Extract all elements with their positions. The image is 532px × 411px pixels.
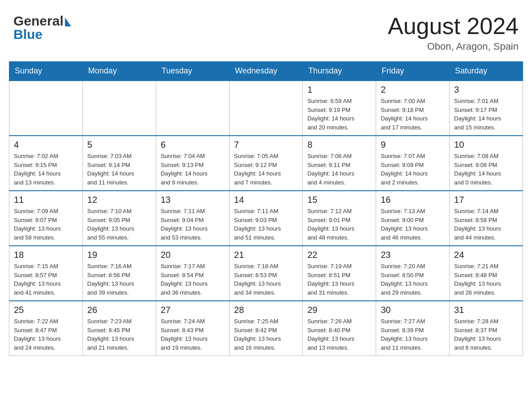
day-number: 1 — [307, 85, 371, 95]
day-info: Sunrise: 7:21 AM Sunset: 8:48 PM Dayligh… — [454, 262, 518, 297]
weekday-header: Friday — [376, 62, 450, 81]
day-number: 28 — [234, 305, 298, 315]
weekday-header: Tuesday — [156, 62, 229, 81]
day-info: Sunrise: 7:27 AM Sunset: 8:39 PM Dayligh… — [381, 317, 445, 352]
month-year-title: August 2024 — [388, 13, 519, 39]
day-number: 7 — [234, 140, 298, 150]
day-number: 11 — [14, 195, 78, 205]
calendar-cell: 2Sunrise: 7:00 AM Sunset: 9:18 PM Daylig… — [376, 81, 450, 136]
day-info: Sunrise: 7:20 AM Sunset: 8:50 PM Dayligh… — [381, 262, 445, 297]
calendar-cell: 19Sunrise: 7:16 AM Sunset: 8:56 PM Dayli… — [82, 246, 156, 301]
calendar-cell: 23Sunrise: 7:20 AM Sunset: 8:50 PM Dayli… — [376, 246, 450, 301]
day-info: Sunrise: 7:02 AM Sunset: 9:15 PM Dayligh… — [14, 152, 78, 187]
day-number: 18 — [14, 250, 78, 260]
calendar-cell: 30Sunrise: 7:27 AM Sunset: 8:39 PM Dayli… — [376, 301, 450, 356]
day-info: Sunrise: 7:14 AM Sunset: 8:58 PM Dayligh… — [454, 207, 518, 242]
day-info: Sunrise: 7:00 AM Sunset: 9:18 PM Dayligh… — [381, 97, 445, 132]
weekday-header: Thursday — [303, 62, 376, 81]
logo-general-text: General — [13, 13, 64, 29]
calendar-week-row: 11Sunrise: 7:09 AM Sunset: 9:07 PM Dayli… — [9, 191, 523, 246]
day-info: Sunrise: 7:24 AM Sunset: 8:43 PM Dayligh… — [161, 317, 225, 352]
day-number: 2 — [381, 85, 445, 95]
calendar-cell: 29Sunrise: 7:26 AM Sunset: 8:40 PM Dayli… — [303, 301, 376, 356]
day-info: Sunrise: 7:11 AM Sunset: 9:04 PM Dayligh… — [161, 207, 225, 242]
weekday-header: Sunday — [9, 62, 83, 81]
day-number: 25 — [14, 305, 78, 315]
day-number: 9 — [381, 140, 445, 150]
day-info: Sunrise: 7:09 AM Sunset: 9:07 PM Dayligh… — [14, 207, 78, 242]
day-info: Sunrise: 7:11 AM Sunset: 9:03 PM Dayligh… — [234, 207, 298, 242]
day-info: Sunrise: 7:25 AM Sunset: 8:42 PM Dayligh… — [234, 317, 298, 352]
calendar-cell: 17Sunrise: 7:14 AM Sunset: 8:58 PM Dayli… — [450, 191, 523, 246]
calendar-cell: 13Sunrise: 7:11 AM Sunset: 9:04 PM Dayli… — [156, 191, 229, 246]
calendar-week-row: 25Sunrise: 7:22 AM Sunset: 8:47 PM Dayli… — [9, 301, 523, 356]
day-number: 21 — [234, 250, 298, 260]
calendar-cell: 21Sunrise: 7:18 AM Sunset: 8:53 PM Dayli… — [229, 246, 303, 301]
day-number: 24 — [454, 250, 518, 260]
calendar-cell: 6Sunrise: 7:04 AM Sunset: 9:13 PM Daylig… — [156, 136, 229, 191]
day-number: 15 — [307, 195, 371, 205]
calendar-cell: 24Sunrise: 7:21 AM Sunset: 8:48 PM Dayli… — [450, 246, 523, 301]
day-info: Sunrise: 7:05 AM Sunset: 9:12 PM Dayligh… — [234, 152, 298, 187]
calendar-cell: 10Sunrise: 7:08 AM Sunset: 9:08 PM Dayli… — [450, 136, 523, 191]
title-section: August 2024 Obon, Aragon, Spain — [388, 13, 519, 52]
calendar-week-row: 1Sunrise: 6:59 AM Sunset: 9:19 PM Daylig… — [9, 81, 523, 136]
day-info: Sunrise: 6:59 AM Sunset: 9:19 PM Dayligh… — [307, 97, 371, 132]
day-number: 5 — [87, 140, 151, 150]
day-number: 10 — [454, 140, 518, 150]
day-number: 27 — [161, 305, 225, 315]
calendar-cell: 18Sunrise: 7:15 AM Sunset: 8:57 PM Dayli… — [9, 246, 83, 301]
day-info: Sunrise: 7:08 AM Sunset: 9:08 PM Dayligh… — [454, 152, 518, 187]
logo-triangle-icon — [65, 17, 71, 26]
day-info: Sunrise: 7:26 AM Sunset: 8:40 PM Dayligh… — [307, 317, 371, 352]
day-number: 13 — [161, 195, 225, 205]
calendar-cell: 7Sunrise: 7:05 AM Sunset: 9:12 PM Daylig… — [229, 136, 303, 191]
day-number: 4 — [14, 140, 78, 150]
day-number: 19 — [87, 250, 151, 260]
day-number: 12 — [87, 195, 151, 205]
calendar-cell: 9Sunrise: 7:07 AM Sunset: 9:09 PM Daylig… — [376, 136, 450, 191]
calendar-cell — [9, 81, 83, 136]
weekday-header: Monday — [82, 62, 156, 81]
calendar-week-row: 18Sunrise: 7:15 AM Sunset: 8:57 PM Dayli… — [9, 246, 523, 301]
day-number: 31 — [454, 305, 518, 315]
page-header: General Blue August 2024 Obon, Aragon, S… — [9, 9, 523, 52]
day-info: Sunrise: 7:16 AM Sunset: 8:56 PM Dayligh… — [87, 262, 151, 297]
calendar-cell: 16Sunrise: 7:13 AM Sunset: 9:00 PM Dayli… — [376, 191, 450, 246]
day-info: Sunrise: 7:13 AM Sunset: 9:00 PM Dayligh… — [381, 207, 445, 242]
calendar-cell: 11Sunrise: 7:09 AM Sunset: 9:07 PM Dayli… — [9, 191, 83, 246]
calendar-cell: 14Sunrise: 7:11 AM Sunset: 9:03 PM Dayli… — [229, 191, 303, 246]
day-number: 29 — [307, 305, 371, 315]
logo: General Blue — [13, 13, 71, 42]
day-number: 23 — [381, 250, 445, 260]
calendar-cell: 25Sunrise: 7:22 AM Sunset: 8:47 PM Dayli… — [9, 301, 83, 356]
calendar-cell — [229, 81, 303, 136]
calendar-cell: 15Sunrise: 7:12 AM Sunset: 9:01 PM Dayli… — [303, 191, 376, 246]
day-info: Sunrise: 7:06 AM Sunset: 9:11 PM Dayligh… — [307, 152, 371, 187]
calendar-cell: 1Sunrise: 6:59 AM Sunset: 9:19 PM Daylig… — [303, 81, 376, 136]
calendar-cell — [82, 81, 156, 136]
logo-blue-text: Blue — [13, 27, 71, 42]
day-number: 22 — [307, 250, 371, 260]
day-info: Sunrise: 7:23 AM Sunset: 8:45 PM Dayligh… — [87, 317, 151, 352]
day-number: 20 — [161, 250, 225, 260]
day-info: Sunrise: 7:01 AM Sunset: 9:17 PM Dayligh… — [454, 97, 518, 132]
weekday-header: Saturday — [450, 62, 523, 81]
calendar-cell: 4Sunrise: 7:02 AM Sunset: 9:15 PM Daylig… — [9, 136, 83, 191]
calendar-table: SundayMondayTuesdayWednesdayThursdayFrid… — [9, 61, 523, 356]
day-info: Sunrise: 7:15 AM Sunset: 8:57 PM Dayligh… — [14, 262, 78, 297]
day-info: Sunrise: 7:19 AM Sunset: 8:51 PM Dayligh… — [307, 262, 371, 297]
day-info: Sunrise: 7:18 AM Sunset: 8:53 PM Dayligh… — [234, 262, 298, 297]
day-number: 17 — [454, 195, 518, 205]
day-info: Sunrise: 7:17 AM Sunset: 8:54 PM Dayligh… — [161, 262, 225, 297]
day-info: Sunrise: 7:10 AM Sunset: 9:05 PM Dayligh… — [87, 207, 151, 242]
day-number: 3 — [454, 85, 518, 95]
calendar-cell: 27Sunrise: 7:24 AM Sunset: 8:43 PM Dayli… — [156, 301, 229, 356]
calendar-cell: 26Sunrise: 7:23 AM Sunset: 8:45 PM Dayli… — [82, 301, 156, 356]
calendar-cell: 28Sunrise: 7:25 AM Sunset: 8:42 PM Dayli… — [229, 301, 303, 356]
calendar-cell: 12Sunrise: 7:10 AM Sunset: 9:05 PM Dayli… — [82, 191, 156, 246]
day-info: Sunrise: 7:04 AM Sunset: 9:13 PM Dayligh… — [161, 152, 225, 187]
weekday-header-row: SundayMondayTuesdayWednesdayThursdayFrid… — [9, 62, 523, 81]
day-number: 16 — [381, 195, 445, 205]
day-info: Sunrise: 7:28 AM Sunset: 8:37 PM Dayligh… — [454, 317, 518, 352]
